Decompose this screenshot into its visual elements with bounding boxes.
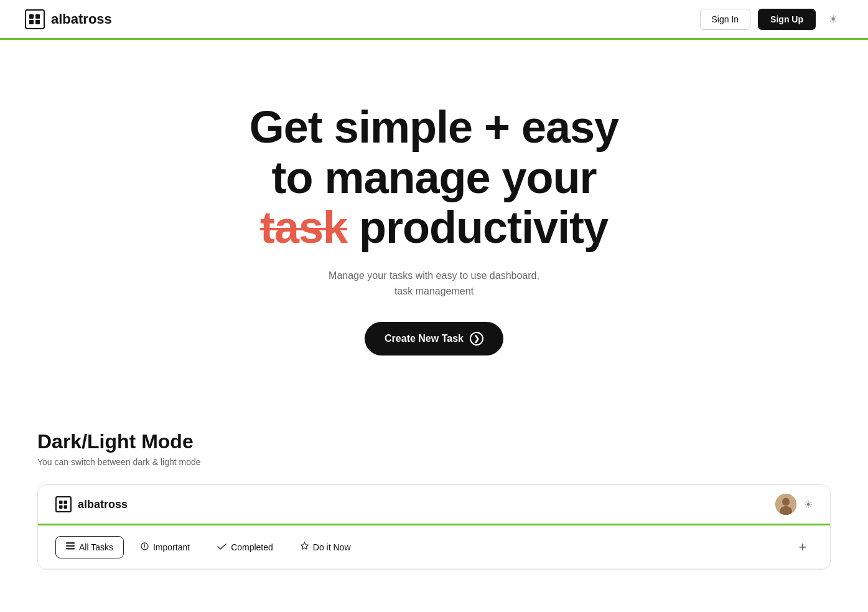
demo-header: albatross ☀ bbox=[38, 485, 830, 525]
hero-title: Get simple + easy to manage your task pr… bbox=[250, 102, 618, 253]
important-icon bbox=[141, 542, 149, 552]
cta-label: Create New Task bbox=[385, 333, 464, 344]
feature-subtitle: You can switch between dark & light mode bbox=[37, 457, 831, 467]
demo-sun-icon: ☀ bbox=[804, 499, 813, 511]
feature-title: Dark/Light Mode bbox=[37, 430, 831, 453]
logo-icon bbox=[25, 9, 45, 29]
hero-subtitle: Manage your tasks with easy to use dashb… bbox=[329, 268, 539, 299]
svg-rect-3 bbox=[35, 20, 40, 24]
svg-rect-12 bbox=[66, 545, 75, 547]
signin-button[interactable]: Sign In bbox=[700, 9, 751, 30]
svg-rect-7 bbox=[64, 505, 68, 509]
tab-do-it-now[interactable]: Do it Now bbox=[290, 535, 362, 558]
demo-tabs: All Tasks Important Comp bbox=[38, 525, 830, 569]
theme-toggle-button[interactable]: ☀ bbox=[823, 9, 843, 29]
svg-rect-5 bbox=[64, 501, 68, 504]
sun-icon: ☀ bbox=[828, 12, 838, 26]
nav-actions: Sign In Sign Up ☀ bbox=[700, 9, 843, 30]
tab-important-label: Important bbox=[153, 542, 190, 552]
hero-line2: to manage your bbox=[271, 153, 596, 202]
logo-text: albatross bbox=[51, 11, 112, 27]
svg-rect-11 bbox=[66, 542, 75, 544]
tab-do-it-now-label: Do it Now bbox=[313, 542, 351, 552]
demo-box: albatross ☀ bbox=[37, 484, 831, 570]
svg-rect-6 bbox=[59, 505, 63, 509]
demo-avatar bbox=[775, 494, 796, 515]
svg-rect-2 bbox=[29, 20, 34, 24]
create-task-button[interactable]: Create New Task ❯ bbox=[365, 322, 503, 355]
svg-point-14 bbox=[144, 547, 145, 548]
tab-completed-label: Completed bbox=[231, 542, 273, 552]
signup-button[interactable]: Sign Up bbox=[758, 9, 816, 30]
do-it-now-icon bbox=[301, 542, 309, 552]
svg-rect-0 bbox=[29, 14, 34, 19]
hero-line1: Get simple + easy bbox=[250, 102, 618, 152]
hero-task-word: task bbox=[260, 202, 347, 252]
navbar: albatross Sign In Sign Up ☀ bbox=[0, 0, 868, 40]
demo-logo-text: albatross bbox=[78, 498, 128, 511]
svg-rect-4 bbox=[59, 501, 63, 504]
hero-productivity-word: productivity bbox=[347, 202, 608, 252]
arrow-circle-icon: ❯ bbox=[470, 332, 483, 346]
hero-section: Get simple + easy to manage your task pr… bbox=[0, 40, 868, 405]
svg-point-9 bbox=[782, 498, 790, 506]
tab-all-tasks-label: All Tasks bbox=[79, 542, 113, 552]
svg-rect-1 bbox=[35, 14, 40, 19]
svg-rect-13 bbox=[66, 548, 75, 550]
tab-completed[interactable]: Completed bbox=[207, 536, 284, 558]
demo-logo-icon bbox=[55, 496, 72, 512]
demo-logo: albatross bbox=[55, 496, 128, 512]
all-tasks-icon bbox=[66, 542, 75, 552]
demo-header-right: ☀ bbox=[775, 494, 813, 515]
tab-all-tasks[interactable]: All Tasks bbox=[55, 536, 124, 558]
tab-important[interactable]: Important bbox=[130, 536, 200, 558]
add-tab-button[interactable]: + bbox=[793, 537, 813, 557]
feature-section: Dark/Light Mode You can switch between d… bbox=[0, 405, 868, 570]
logo: albatross bbox=[25, 9, 112, 29]
completed-icon bbox=[217, 542, 226, 552]
